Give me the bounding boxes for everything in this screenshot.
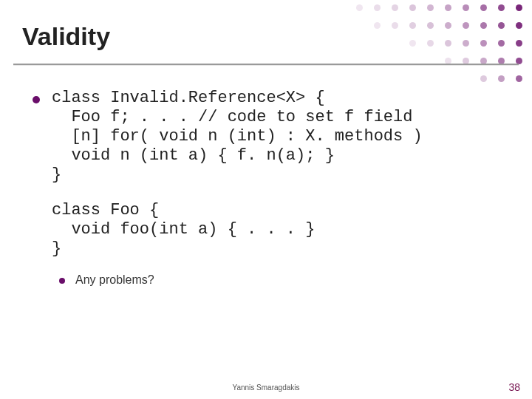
bullet-item: class Invalid.Reference<X> { Foo f; . . … <box>31 89 510 185</box>
sub-bullet-text: Any problems? <box>75 273 154 286</box>
slide-content: class Invalid.Reference<X> { Foo f; . . … <box>31 89 510 287</box>
code-block-2: class Foo { void foo(int a) { . . . } } <box>52 201 510 259</box>
title-divider <box>13 64 519 65</box>
footer-author: Yannis Smaragdakis <box>0 383 532 392</box>
sub-bullet-item: Any problems? <box>59 273 510 287</box>
corner-dot-decoration <box>340 0 532 89</box>
code-block-1: class Invalid.Reference<X> { Foo f; . . … <box>52 89 510 185</box>
page-number: 38 <box>508 381 520 393</box>
slide-title: Validity <box>22 22 110 51</box>
